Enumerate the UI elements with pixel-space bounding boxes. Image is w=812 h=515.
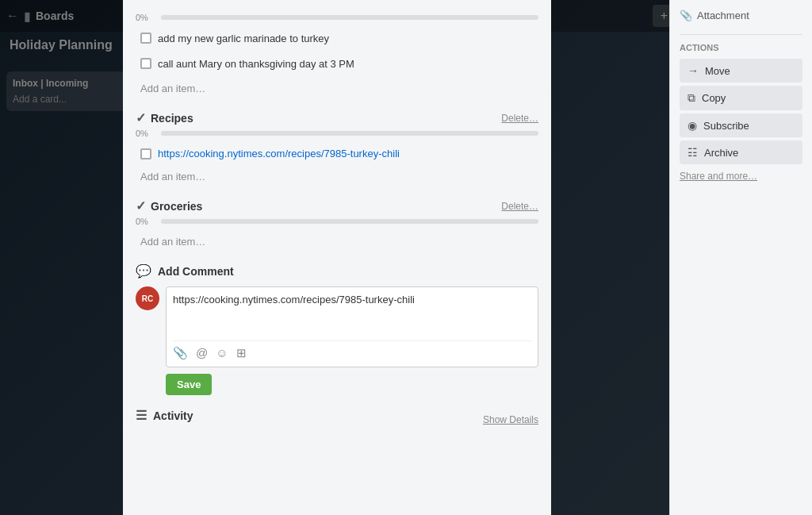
add-item-button-groceries[interactable]: Add an item… bbox=[136, 233, 210, 251]
checklist-1-progress-bar-bg bbox=[161, 15, 538, 20]
copy-label: Copy bbox=[702, 92, 726, 104]
checklist-groceries: ✓ Groceries Delete… 0% Add an item… bbox=[136, 198, 538, 251]
attach-icon[interactable]: 📎 bbox=[173, 346, 188, 360]
actions-panel: 📎 Attachment Actions → Move ⧉ Copy ◉ Sub… bbox=[669, 0, 812, 515]
checklist-1-progress-label: 0% bbox=[136, 13, 155, 22]
checklist-recipes-progress-bar-bg bbox=[161, 131, 538, 136]
add-item-button-1[interactable]: Add an item… bbox=[136, 79, 210, 98]
save-button[interactable]: Save bbox=[166, 374, 212, 395]
add-comment-header: 💬 Add Comment bbox=[136, 263, 538, 279]
checklist-item: https://cooking.nytimes.com/recipes/7985… bbox=[136, 144, 538, 163]
archive-icon: ☷ bbox=[688, 146, 698, 159]
checklist-groceries-progress-bar-bg bbox=[161, 219, 538, 224]
attachment-text: Attachment bbox=[697, 10, 749, 21]
archive-button[interactable]: ☷ Archive bbox=[680, 140, 802, 164]
move-label: Move bbox=[705, 65, 730, 77]
show-details-button[interactable]: Show Details bbox=[483, 414, 538, 425]
checklist-recipes-delete[interactable]: Delete… bbox=[501, 113, 538, 124]
add-comment-section: 💬 Add Comment RC https://cooking.nytimes… bbox=[136, 263, 538, 395]
move-icon: → bbox=[688, 64, 699, 77]
activity-section: ☰ Activity Show Details bbox=[136, 408, 538, 431]
attachment-section: 📎 Attachment bbox=[680, 10, 802, 21]
checklist-recipes-header: ✓ Recipes Delete… bbox=[136, 110, 538, 125]
checklist-groceries-title: ✓ Groceries bbox=[136, 198, 202, 213]
checklist-item-2-checkbox[interactable] bbox=[140, 58, 151, 69]
subscribe-icon: ◉ bbox=[688, 119, 697, 132]
checklist-item-2-text: call aunt Mary on thanksgiving day at 3 … bbox=[158, 57, 354, 71]
move-button[interactable]: → Move bbox=[680, 59, 802, 83]
comment-box: https://cooking.nytimes.com/recipes/7985… bbox=[166, 286, 538, 367]
checklist-recipes-progress: 0% bbox=[136, 129, 538, 138]
checklist-recipes-progress-label: 0% bbox=[136, 129, 155, 138]
checklist-groceries-progress: 0% bbox=[136, 217, 538, 226]
checklist-recipes-title: ✓ Recipes bbox=[136, 110, 193, 125]
attachment-icon: 📎 bbox=[680, 10, 692, 21]
actions-divider bbox=[680, 34, 802, 35]
checklist-1-progress: 0% bbox=[136, 13, 538, 22]
checklist-1: 0% add my new garlic marinade to turkey … bbox=[136, 13, 538, 98]
checklist-item-1-text: add my new garlic marinade to turkey bbox=[158, 32, 329, 46]
comment-row: RC https://cooking.nytimes.com/recipes/7… bbox=[136, 286, 538, 367]
subscribe-label: Subscribe bbox=[703, 120, 749, 132]
mention-icon[interactable]: @ bbox=[196, 346, 208, 360]
checklist-groceries-label: Groceries bbox=[151, 200, 202, 213]
activity-label: Activity bbox=[153, 409, 193, 422]
checklist-recipe-item-1-checkbox[interactable] bbox=[140, 148, 151, 159]
checklist-groceries-progress-label: 0% bbox=[136, 217, 155, 226]
comment-icon: 💬 bbox=[136, 263, 151, 279]
checklist-recipes-label: Recipes bbox=[151, 112, 193, 125]
archive-label: Archive bbox=[704, 147, 738, 159]
card-icon[interactable]: ⊞ bbox=[236, 346, 247, 360]
emoji-icon[interactable]: ☺ bbox=[216, 346, 228, 360]
checklist-recipes: ✓ Recipes Delete… 0% https://cooking.nyt… bbox=[136, 110, 538, 186]
comment-toolbar: 📎 @ ☺ ⊞ bbox=[173, 340, 531, 360]
activity-icon: ☰ bbox=[136, 408, 147, 423]
attachment-label: 📎 Attachment bbox=[680, 10, 802, 21]
activity-header: ☰ Activity Show Details bbox=[136, 408, 538, 431]
subscribe-button[interactable]: ◉ Subscribe bbox=[680, 113, 802, 137]
checklist-groceries-header: ✓ Groceries Delete… bbox=[136, 198, 538, 213]
actions-section-title: Actions bbox=[680, 43, 802, 52]
checklist-groceries-delete[interactable]: Delete… bbox=[501, 201, 538, 212]
comment-textarea[interactable]: https://cooking.nytimes.com/recipes/7985… bbox=[173, 294, 531, 333]
add-item-button-recipes[interactable]: Add an item… bbox=[136, 167, 210, 186]
card-modal: 0% add my new garlic marinade to turkey … bbox=[123, 0, 551, 515]
checklist-groceries-icon: ✓ bbox=[136, 198, 146, 213]
checklist-item: call aunt Mary on thanksgiving day at 3 … bbox=[136, 54, 538, 75]
comment-avatar: RC bbox=[136, 286, 159, 310]
activity-title: ☰ Activity bbox=[136, 408, 193, 423]
checklist-item-1-checkbox[interactable] bbox=[140, 33, 151, 44]
checklist-item: add my new garlic marinade to turkey bbox=[136, 29, 538, 49]
copy-icon: ⧉ bbox=[688, 91, 695, 105]
add-comment-label: Add Comment bbox=[158, 265, 234, 278]
checklist-icon: ✓ bbox=[136, 110, 146, 125]
share-button[interactable]: Share and more… bbox=[680, 171, 757, 182]
recipe-link[interactable]: https://cooking.nytimes.com/recipes/7985… bbox=[158, 148, 400, 159]
copy-button[interactable]: ⧉ Copy bbox=[680, 86, 802, 110]
